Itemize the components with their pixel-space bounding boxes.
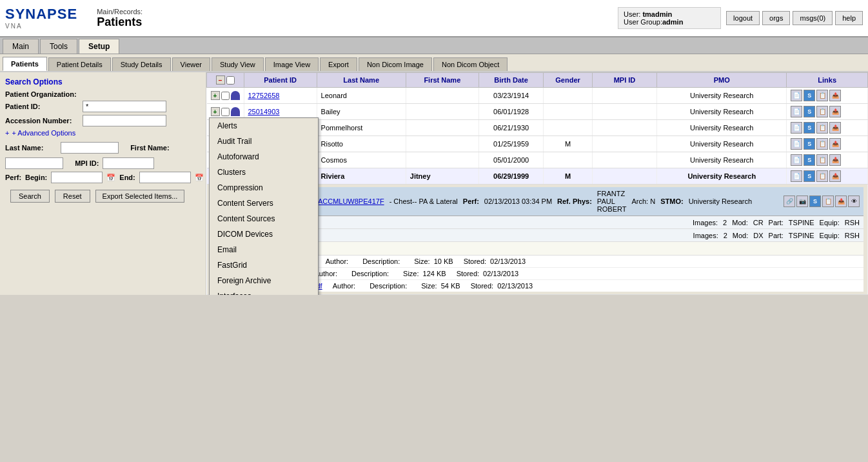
- plus-icon: +: [5, 129, 9, 137]
- th-controls: −: [207, 73, 244, 88]
- patient-id-row: Patient ID:: [5, 101, 201, 112]
- nav-tab-main[interactable]: Main: [3, 39, 39, 54]
- menu-item-compression[interactable]: Compression: [210, 180, 318, 196]
- patient-id-input[interactable]: [83, 101, 166, 112]
- menu-item-dicom-devices[interactable]: DICOM Devices: [210, 226, 318, 242]
- tab-study-view[interactable]: Study View: [212, 57, 264, 71]
- pmo-cell: University Research: [657, 136, 787, 152]
- search-buttons-row: Search Reset Export Selected Items...: [5, 187, 201, 205]
- tab-patients[interactable]: Patients: [3, 57, 47, 71]
- select-all-checkbox[interactable]: [226, 76, 235, 85]
- tab-non-dicom-image[interactable]: Non Dicom Image: [359, 57, 432, 71]
- f3-author-label: Author:: [333, 282, 355, 290]
- action-icon-4[interactable]: 📤: [829, 106, 841, 117]
- action-icon-3[interactable]: 📋: [816, 154, 828, 166]
- menu-item-audit-trail[interactable]: Audit Trail: [210, 134, 318, 149]
- study-action-5[interactable]: 📤: [835, 196, 847, 207]
- action-icon-4[interactable]: 📤: [829, 170, 841, 182]
- action-icon-1[interactable]: 📄: [791, 154, 802, 166]
- end-cal-icon[interactable]: 📅: [195, 174, 204, 182]
- mpi-id-input[interactable]: [103, 157, 154, 169]
- begin-label: Begin:: [25, 174, 47, 181]
- action-icon-4[interactable]: 📤: [829, 154, 841, 166]
- patient-id-link[interactable]: 25014903: [248, 108, 280, 115]
- content-tabs-bar: Patients Patient Details Study Details V…: [0, 54, 868, 72]
- accession-input[interactable]: [83, 115, 166, 126]
- mpi-id-label: MPI ID:: [75, 159, 99, 167]
- collapse-all-btn[interactable]: −: [216, 75, 225, 85]
- reset-button[interactable]: Reset: [55, 190, 90, 203]
- action-icon-4[interactable]: 📤: [829, 90, 841, 101]
- action-icon-2[interactable]: S: [804, 154, 815, 166]
- help-button[interactable]: help: [835, 11, 863, 25]
- row-checkbox[interactable]: [221, 92, 230, 100]
- gender-cell: [544, 104, 592, 120]
- begin-cal-icon[interactable]: 📅: [106, 174, 115, 182]
- begin-input[interactable]: [51, 172, 103, 183]
- tab-export[interactable]: Export: [320, 57, 357, 71]
- f2-size-val: 124 KB: [423, 270, 446, 277]
- study-perf-label: Perf:: [463, 197, 479, 205]
- action-icon-2[interactable]: S: [804, 90, 815, 101]
- menu-item-email[interactable]: Email: [210, 242, 318, 257]
- action-icon-3[interactable]: 📋: [816, 106, 828, 117]
- nav-tab-setup[interactable]: Setup: [79, 39, 119, 54]
- first-name-cell: [406, 88, 478, 104]
- study-action-6[interactable]: 👁: [848, 196, 860, 207]
- nav-tab-tools[interactable]: Tools: [40, 39, 77, 54]
- menu-item-alerts[interactable]: Alerts: [210, 118, 318, 134]
- action-icon-2[interactable]: S: [804, 138, 815, 150]
- menu-item-interfaces[interactable]: Interfaces: [210, 288, 318, 295]
- expand-row-btn[interactable]: +: [211, 91, 220, 100]
- action-icon-4[interactable]: 📤: [829, 138, 841, 150]
- logout-button[interactable]: logout: [726, 11, 760, 25]
- action-icon-3[interactable]: 📋: [816, 90, 828, 101]
- action-icon-1[interactable]: 📄: [791, 138, 802, 150]
- action-icon-1[interactable]: 📄: [791, 106, 802, 117]
- tab-study-details[interactable]: Study Details: [112, 57, 171, 71]
- birth-date-cell: 06/29/1999: [478, 168, 544, 185]
- tab-viewer[interactable]: Viewer: [172, 57, 210, 71]
- first-name-input[interactable]: [5, 157, 63, 169]
- study-action-3[interactable]: S: [809, 196, 821, 207]
- menu-item-autoforward[interactable]: Autoforward: [210, 149, 318, 165]
- action-icon-2[interactable]: S: [804, 106, 815, 117]
- study-action-4[interactable]: 📋: [822, 196, 834, 207]
- birth-date-cell: 06/01/1928: [478, 104, 544, 120]
- menu-item-clusters[interactable]: Clusters: [210, 165, 318, 180]
- menu-item-content-sources[interactable]: Content Sources: [210, 211, 318, 226]
- mpi-cell: [592, 152, 657, 168]
- study-action-2[interactable]: 📷: [796, 196, 808, 207]
- s2-equip-label: Equip:: [820, 232, 840, 239]
- action-icon-2[interactable]: S: [804, 122, 815, 134]
- advanced-options-link[interactable]: + + Advanced Options: [5, 129, 201, 137]
- msgs-button[interactable]: msgs(0): [793, 11, 833, 25]
- action-icon-3[interactable]: 📋: [816, 122, 828, 134]
- action-icon-2[interactable]: S: [804, 170, 815, 182]
- row-checkbox[interactable]: [221, 108, 230, 116]
- action-icon-1[interactable]: 📄: [791, 122, 802, 134]
- orgs-button[interactable]: orgs: [762, 11, 790, 25]
- menu-item-content-servers[interactable]: Content Servers: [210, 196, 318, 211]
- expand-row-btn[interactable]: +: [211, 107, 220, 116]
- action-icon-3[interactable]: 📋: [816, 170, 828, 182]
- menu-item-foreign-archive[interactable]: Foreign Archive: [210, 273, 318, 288]
- tab-non-dicom-object[interactable]: Non Dicom Object: [433, 57, 508, 71]
- action-icon-4[interactable]: 📤: [829, 122, 841, 134]
- action-icon-3[interactable]: 📋: [816, 138, 828, 150]
- tab-image-view[interactable]: Image View: [265, 57, 319, 71]
- study-id-link[interactable]: /ACCMLUW8PE417F: [316, 197, 384, 205]
- s2-images-label: Images:: [693, 232, 718, 239]
- search-button[interactable]: Search: [10, 190, 50, 203]
- menu-item-fastgrid[interactable]: FastGrid: [210, 257, 318, 273]
- action-icon-1[interactable]: 📄: [791, 170, 802, 182]
- patient-id-link[interactable]: 12752658: [248, 92, 280, 99]
- first-name-cell: [406, 152, 478, 168]
- mpi-cell: [592, 168, 657, 185]
- last-name-input[interactable]: [61, 142, 119, 154]
- study-action-1[interactable]: 🔗: [784, 196, 795, 207]
- action-icon-1[interactable]: 📄: [791, 90, 802, 101]
- export-button[interactable]: Export Selected Items...: [95, 190, 185, 203]
- tab-patient-details[interactable]: Patient Details: [48, 57, 111, 71]
- end-input[interactable]: [139, 172, 191, 183]
